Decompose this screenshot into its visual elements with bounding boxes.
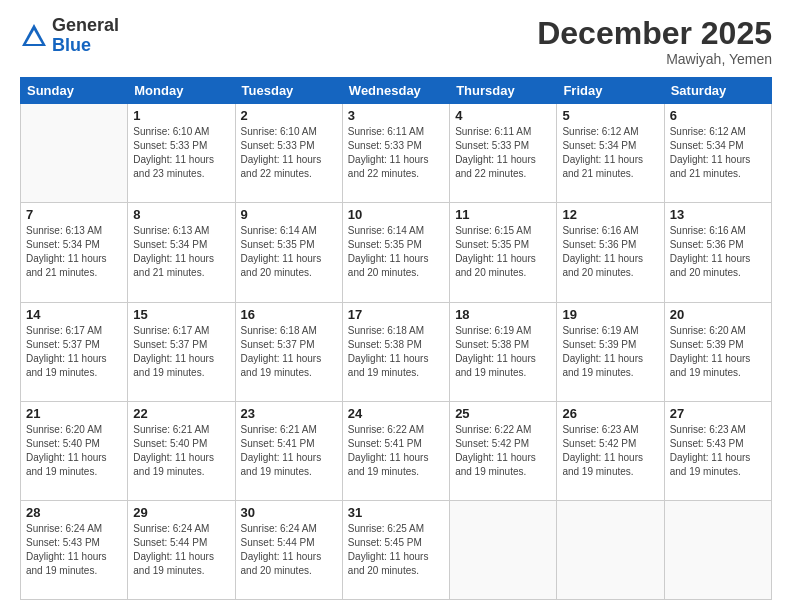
calendar-cell: 9Sunrise: 6:14 AM Sunset: 5:35 PM Daylig… [235,203,342,302]
col-tuesday: Tuesday [235,78,342,104]
day-info: Sunrise: 6:15 AM Sunset: 5:35 PM Dayligh… [455,224,551,280]
day-number: 25 [455,406,551,421]
calendar-cell [664,500,771,599]
calendar-cell: 23Sunrise: 6:21 AM Sunset: 5:41 PM Dayli… [235,401,342,500]
header: General Blue December 2025 Mawiyah, Yeme… [20,16,772,67]
calendar-cell: 27Sunrise: 6:23 AM Sunset: 5:43 PM Dayli… [664,401,771,500]
day-number: 2 [241,108,337,123]
calendar-cell: 28Sunrise: 6:24 AM Sunset: 5:43 PM Dayli… [21,500,128,599]
day-number: 26 [562,406,658,421]
calendar-cell: 19Sunrise: 6:19 AM Sunset: 5:39 PM Dayli… [557,302,664,401]
day-number: 17 [348,307,444,322]
calendar-cell: 26Sunrise: 6:23 AM Sunset: 5:42 PM Dayli… [557,401,664,500]
col-saturday: Saturday [664,78,771,104]
day-info: Sunrise: 6:18 AM Sunset: 5:37 PM Dayligh… [241,324,337,380]
week-row-1: 7Sunrise: 6:13 AM Sunset: 5:34 PM Daylig… [21,203,772,302]
day-info: Sunrise: 6:24 AM Sunset: 5:43 PM Dayligh… [26,522,122,578]
day-info: Sunrise: 6:22 AM Sunset: 5:41 PM Dayligh… [348,423,444,479]
col-thursday: Thursday [450,78,557,104]
calendar-cell: 12Sunrise: 6:16 AM Sunset: 5:36 PM Dayli… [557,203,664,302]
logo-icon [20,22,48,50]
calendar-cell: 31Sunrise: 6:25 AM Sunset: 5:45 PM Dayli… [342,500,449,599]
col-wednesday: Wednesday [342,78,449,104]
calendar-cell [450,500,557,599]
day-number: 28 [26,505,122,520]
day-info: Sunrise: 6:10 AM Sunset: 5:33 PM Dayligh… [133,125,229,181]
day-number: 18 [455,307,551,322]
calendar-cell [557,500,664,599]
calendar-cell: 15Sunrise: 6:17 AM Sunset: 5:37 PM Dayli… [128,302,235,401]
calendar-cell: 4Sunrise: 6:11 AM Sunset: 5:33 PM Daylig… [450,104,557,203]
calendar: Sunday Monday Tuesday Wednesday Thursday… [20,77,772,600]
day-number: 23 [241,406,337,421]
day-number: 29 [133,505,229,520]
day-number: 7 [26,207,122,222]
week-row-4: 28Sunrise: 6:24 AM Sunset: 5:43 PM Dayli… [21,500,772,599]
calendar-cell: 6Sunrise: 6:12 AM Sunset: 5:34 PM Daylig… [664,104,771,203]
day-number: 12 [562,207,658,222]
col-friday: Friday [557,78,664,104]
calendar-cell: 7Sunrise: 6:13 AM Sunset: 5:34 PM Daylig… [21,203,128,302]
logo-blue-text: Blue [52,36,119,56]
day-number: 20 [670,307,766,322]
calendar-cell: 18Sunrise: 6:19 AM Sunset: 5:38 PM Dayli… [450,302,557,401]
day-number: 10 [348,207,444,222]
day-number: 14 [26,307,122,322]
day-info: Sunrise: 6:16 AM Sunset: 5:36 PM Dayligh… [562,224,658,280]
calendar-cell: 16Sunrise: 6:18 AM Sunset: 5:37 PM Dayli… [235,302,342,401]
day-number: 3 [348,108,444,123]
calendar-cell: 10Sunrise: 6:14 AM Sunset: 5:35 PM Dayli… [342,203,449,302]
calendar-cell: 5Sunrise: 6:12 AM Sunset: 5:34 PM Daylig… [557,104,664,203]
logo: General Blue [20,16,119,56]
title-area: December 2025 Mawiyah, Yemen [537,16,772,67]
day-number: 11 [455,207,551,222]
calendar-cell: 8Sunrise: 6:13 AM Sunset: 5:34 PM Daylig… [128,203,235,302]
day-info: Sunrise: 6:17 AM Sunset: 5:37 PM Dayligh… [133,324,229,380]
day-number: 6 [670,108,766,123]
day-info: Sunrise: 6:23 AM Sunset: 5:42 PM Dayligh… [562,423,658,479]
location: Mawiyah, Yemen [537,51,772,67]
month-title: December 2025 [537,16,772,51]
day-number: 8 [133,207,229,222]
day-info: Sunrise: 6:11 AM Sunset: 5:33 PM Dayligh… [348,125,444,181]
day-info: Sunrise: 6:24 AM Sunset: 5:44 PM Dayligh… [241,522,337,578]
week-row-3: 21Sunrise: 6:20 AM Sunset: 5:40 PM Dayli… [21,401,772,500]
day-number: 4 [455,108,551,123]
calendar-cell: 22Sunrise: 6:21 AM Sunset: 5:40 PM Dayli… [128,401,235,500]
col-monday: Monday [128,78,235,104]
day-info: Sunrise: 6:19 AM Sunset: 5:39 PM Dayligh… [562,324,658,380]
logo-general-text: General [52,16,119,36]
day-info: Sunrise: 6:16 AM Sunset: 5:36 PM Dayligh… [670,224,766,280]
day-number: 30 [241,505,337,520]
week-row-2: 14Sunrise: 6:17 AM Sunset: 5:37 PM Dayli… [21,302,772,401]
day-info: Sunrise: 6:12 AM Sunset: 5:34 PM Dayligh… [562,125,658,181]
day-info: Sunrise: 6:25 AM Sunset: 5:45 PM Dayligh… [348,522,444,578]
calendar-cell: 11Sunrise: 6:15 AM Sunset: 5:35 PM Dayli… [450,203,557,302]
day-number: 13 [670,207,766,222]
day-number: 19 [562,307,658,322]
calendar-cell: 25Sunrise: 6:22 AM Sunset: 5:42 PM Dayli… [450,401,557,500]
day-info: Sunrise: 6:19 AM Sunset: 5:38 PM Dayligh… [455,324,551,380]
day-number: 27 [670,406,766,421]
day-info: Sunrise: 6:21 AM Sunset: 5:41 PM Dayligh… [241,423,337,479]
calendar-cell: 2Sunrise: 6:10 AM Sunset: 5:33 PM Daylig… [235,104,342,203]
col-sunday: Sunday [21,78,128,104]
day-info: Sunrise: 6:20 AM Sunset: 5:40 PM Dayligh… [26,423,122,479]
day-number: 9 [241,207,337,222]
logo-text: General Blue [52,16,119,56]
day-number: 31 [348,505,444,520]
day-info: Sunrise: 6:21 AM Sunset: 5:40 PM Dayligh… [133,423,229,479]
day-info: Sunrise: 6:22 AM Sunset: 5:42 PM Dayligh… [455,423,551,479]
day-info: Sunrise: 6:20 AM Sunset: 5:39 PM Dayligh… [670,324,766,380]
day-info: Sunrise: 6:13 AM Sunset: 5:34 PM Dayligh… [26,224,122,280]
day-info: Sunrise: 6:14 AM Sunset: 5:35 PM Dayligh… [241,224,337,280]
calendar-cell: 14Sunrise: 6:17 AM Sunset: 5:37 PM Dayli… [21,302,128,401]
calendar-cell: 3Sunrise: 6:11 AM Sunset: 5:33 PM Daylig… [342,104,449,203]
calendar-cell [21,104,128,203]
day-number: 24 [348,406,444,421]
day-info: Sunrise: 6:18 AM Sunset: 5:38 PM Dayligh… [348,324,444,380]
day-number: 21 [26,406,122,421]
day-number: 1 [133,108,229,123]
calendar-cell: 1Sunrise: 6:10 AM Sunset: 5:33 PM Daylig… [128,104,235,203]
calendar-cell: 30Sunrise: 6:24 AM Sunset: 5:44 PM Dayli… [235,500,342,599]
